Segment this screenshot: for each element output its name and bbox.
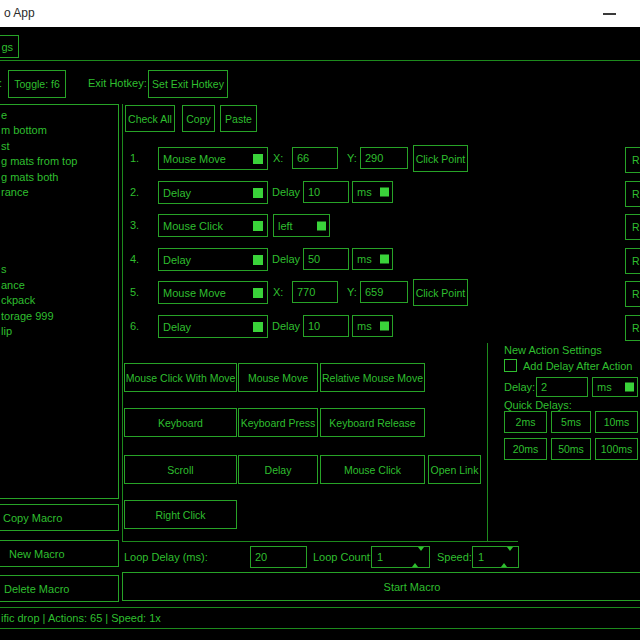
loop-delay-input[interactable]: 20: [250, 546, 307, 568]
spinner-down-icon[interactable]: [418, 547, 424, 563]
remove-action-button[interactable]: R: [625, 214, 640, 240]
add-relative-mouse-move-button[interactable]: Relative Mouse Move: [320, 363, 425, 392]
quick-delay-2ms-button[interactable]: 2ms: [504, 411, 547, 433]
delay-unit-select[interactable]: ms: [352, 181, 393, 203]
check-all-button[interactable]: Check All: [125, 105, 175, 132]
macro-list-item[interactable]: torage 999: [1, 309, 116, 324]
speed-stepper[interactable]: 1: [472, 546, 519, 568]
macro-list-item[interactable]: [1, 247, 116, 262]
dropdown-icon: [625, 383, 634, 392]
main-panel-left-border: [122, 104, 123, 542]
macro-list-item[interactable]: g mats both: [1, 170, 116, 185]
action-type-select[interactable]: Mouse Move: [158, 281, 268, 304]
new-action-delay-label: Delay:: [504, 381, 535, 393]
add-mouse-click-button[interactable]: Mouse Click: [320, 455, 425, 484]
copy-macro-button[interactable]: Copy Macro: [0, 504, 119, 531]
x-input[interactable]: 66: [292, 147, 338, 169]
new-action-delay-unit-select[interactable]: ms: [592, 377, 638, 397]
add-delay-checkbox[interactable]: [504, 359, 517, 372]
row-number: 2.: [130, 186, 139, 198]
row-number: 1.: [130, 152, 139, 164]
macro-list-item[interactable]: [1, 216, 116, 231]
action-type-select[interactable]: Mouse Move: [158, 147, 268, 170]
action-type-select[interactable]: Delay: [158, 315, 268, 338]
dropdown-icon: [253, 221, 263, 231]
dropdown-icon: [253, 255, 263, 265]
set-exit-hotkey-button[interactable]: Set Exit Hotkey: [148, 70, 228, 98]
action-type-select[interactable]: Delay: [158, 248, 268, 271]
remove-action-button[interactable]: R: [625, 147, 640, 173]
macro-list-item[interactable]: s: [1, 262, 116, 277]
loop-delay-label: Loop Delay (ms):: [124, 551, 208, 563]
add-delay-checkbox-label: Add Delay After Action: [523, 360, 632, 372]
tab-settings[interactable]: gs: [0, 35, 19, 58]
new-macro-button[interactable]: New Macro: [0, 540, 119, 567]
add-scroll-button[interactable]: Scroll: [124, 455, 237, 484]
y-label: Y:: [347, 152, 357, 164]
macro-list-item[interactable]: [1, 232, 116, 247]
app-window: o App gs : Toggle: f6 Exit Hotkey: Set E…: [0, 0, 640, 640]
delay-label: Delay: [272, 320, 300, 332]
remove-action-button[interactable]: R: [625, 248, 640, 274]
macro-list-item[interactable]: m bottom: [1, 123, 116, 138]
delay-input[interactable]: 10: [303, 315, 349, 337]
minimize-button[interactable]: [596, 0, 626, 27]
delay-input[interactable]: 10: [303, 181, 349, 203]
add-right-click-button[interactable]: Right Click: [124, 500, 237, 529]
quick-delay-50ms-button[interactable]: 50ms: [551, 438, 591, 460]
x-label: X:: [273, 152, 283, 164]
macro-list-item[interactable]: e: [1, 108, 116, 123]
delay-input[interactable]: 50: [303, 248, 349, 270]
macro-list-item[interactable]: ance: [1, 278, 116, 293]
delete-macro-button[interactable]: Delete Macro: [0, 575, 119, 602]
copy-button[interactable]: Copy: [182, 105, 215, 132]
macro-list[interactable]: e m bottom st g mats from top g mats bot…: [0, 104, 119, 499]
row-number: 6.: [130, 320, 139, 332]
remove-action-button[interactable]: R: [625, 281, 640, 307]
loop-count-label: Loop Count:: [313, 551, 373, 563]
macro-list-item[interactable]: lip: [1, 324, 116, 339]
add-mouse-move-button[interactable]: Mouse Move: [238, 363, 318, 392]
start-macro-button[interactable]: Start Macro: [122, 572, 640, 601]
action-type-select[interactable]: Mouse Click: [158, 214, 268, 237]
delay-unit-select[interactable]: ms: [352, 315, 393, 337]
paste-button[interactable]: Paste: [220, 105, 257, 132]
quick-delay-5ms-button[interactable]: 5ms: [551, 411, 591, 433]
macro-list-item[interactable]: g mats from top: [1, 154, 116, 169]
add-open-link-button[interactable]: Open Link: [428, 455, 481, 484]
loop-count-stepper[interactable]: 1: [371, 546, 430, 568]
delay-unit-select[interactable]: ms: [352, 248, 393, 270]
add-keyboard-press-button[interactable]: Keyboard Press: [238, 408, 318, 437]
macro-list-item[interactable]: st: [1, 139, 116, 154]
quick-delay-10ms-button[interactable]: 10ms: [595, 411, 638, 433]
macro-list-items: e m bottom st g mats from top g mats bot…: [1, 108, 116, 340]
quick-delay-20ms-button[interactable]: 20ms: [504, 438, 547, 460]
macro-list-item[interactable]: ckpack: [1, 293, 116, 308]
row-number: 5.: [130, 286, 139, 298]
toggle-hotkey-button[interactable]: Toggle: f6: [8, 70, 66, 98]
add-keyboard-button[interactable]: Keyboard: [124, 408, 237, 437]
quick-delay-100ms-button[interactable]: 100ms: [595, 438, 638, 460]
add-mouse-click-with-move-button[interactable]: Mouse Click With Move: [124, 363, 237, 392]
remove-action-button[interactable]: R: [625, 315, 640, 341]
new-action-delay-input[interactable]: 2: [536, 377, 588, 397]
dropdown-icon: [253, 322, 263, 332]
spinner-down-icon[interactable]: [507, 547, 513, 563]
y-input[interactable]: 290: [360, 147, 408, 169]
add-delay-button[interactable]: Delay: [238, 455, 318, 484]
macro-list-item[interactable]: rance: [1, 185, 116, 200]
panel-top-border: [0, 60, 640, 61]
dropdown-icon: [317, 221, 326, 230]
macro-list-item[interactable]: [1, 201, 116, 216]
remove-action-button[interactable]: R: [625, 181, 640, 207]
click-point-button[interactable]: Click Point: [413, 145, 468, 172]
x-label: X:: [273, 286, 283, 298]
x-input[interactable]: 770: [292, 281, 338, 303]
status-text: ific drop | Actions: 65 | Speed: 1x: [0, 612, 161, 624]
add-keyboard-release-button[interactable]: Keyboard Release: [320, 408, 425, 437]
action-type-select[interactable]: Delay: [158, 181, 268, 204]
y-input[interactable]: 659: [360, 281, 408, 303]
click-point-button[interactable]: Click Point: [413, 279, 468, 306]
mouse-button-select[interactable]: left: [273, 214, 330, 237]
dropdown-icon: [253, 154, 263, 164]
